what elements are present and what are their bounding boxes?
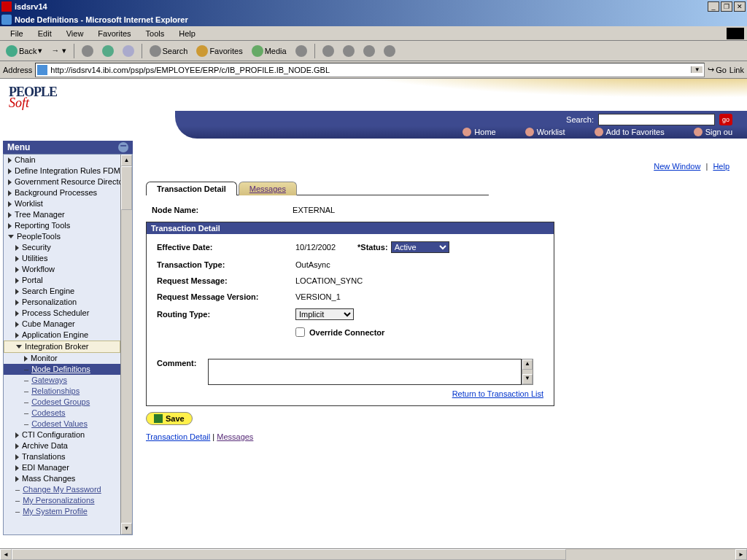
menu-file[interactable]: File: [3, 28, 31, 39]
links-button[interactable]: Link: [729, 66, 744, 74]
menu-view[interactable]: View: [59, 28, 91, 39]
edit-button[interactable]: [360, 44, 378, 58]
sidebar-item-label[interactable]: My System Profile: [23, 506, 88, 517]
sidebar-item-label[interactable]: Relationships: [31, 386, 80, 397]
home-button[interactable]: [120, 44, 137, 58]
sidebar-item[interactable]: Define Integration Rules FDM: [4, 166, 132, 176]
tab-transaction-detail[interactable]: Transaction Detail: [146, 182, 237, 195]
mail-button[interactable]: [320, 44, 337, 58]
favorites-button[interactable]: Favorites: [193, 44, 245, 58]
media-button[interactable]: Media: [249, 44, 290, 58]
sidebar-item[interactable]: Government Resource Directory: [4, 176, 132, 187]
search-go-button[interactable]: go: [719, 114, 732, 125]
sidebar-item[interactable]: Cube Manager: [4, 319, 132, 330]
sidebar-item[interactable]: EDI Manager: [4, 462, 132, 473]
sidebar-item[interactable]: –Gateways: [4, 375, 132, 386]
go-button[interactable]: ↪ Go: [708, 65, 727, 74]
sidebar-item[interactable]: –Codesets: [4, 408, 132, 419]
sidebar-item[interactable]: Worklist: [4, 198, 132, 209]
sidebar-item-label[interactable]: My Personalizations: [23, 495, 94, 506]
sidebar-item[interactable]: Process Scheduler: [4, 308, 132, 319]
menu-favorites[interactable]: Favorites: [90, 28, 138, 39]
sidebar-item[interactable]: Application Engine: [4, 330, 132, 341]
scroll-down-button[interactable]: ▼: [121, 523, 132, 534]
outer-horizontal-scrollbar[interactable]: ◄ ►: [0, 548, 747, 560]
sidebar-item[interactable]: PeopleTools: [4, 231, 132, 242]
expand-icon: [8, 201, 12, 207]
sidebar-item[interactable]: CTI Configuration: [4, 429, 132, 440]
save-button[interactable]: Save: [146, 412, 193, 425]
sidebar-item-label[interactable]: Node Definitions: [31, 364, 90, 375]
history-button[interactable]: [293, 44, 310, 58]
sidebar-item[interactable]: –My System Profile: [4, 506, 132, 517]
status-select[interactable]: Active: [391, 241, 449, 253]
sidebar-item-label[interactable]: Codeset Groups: [31, 397, 90, 408]
search-input[interactable]: [598, 114, 715, 125]
nav-worklist[interactable]: Worklist: [525, 128, 565, 136]
nav-home[interactable]: Home: [462, 128, 495, 136]
sidebar-item[interactable]: Chain: [4, 155, 132, 166]
sidebar-item-label[interactable]: Change My Password: [23, 484, 101, 495]
sidebar-item[interactable]: Tree Manager: [4, 209, 132, 220]
expand-icon: [15, 443, 19, 449]
sidebar-item[interactable]: Utilities: [4, 253, 132, 264]
sidebar-item[interactable]: Security: [4, 242, 132, 253]
dash-icon: –: [24, 386, 28, 397]
minimize-button[interactable]: _: [708, 1, 719, 12]
bottom-link-messages[interactable]: Messages: [217, 432, 253, 441]
discuss-button[interactable]: [381, 44, 398, 58]
sidebar-item[interactable]: –My Personalizations: [4, 495, 132, 506]
sidebar-item[interactable]: Search Engine: [4, 286, 132, 297]
sidebar-item[interactable]: –Relationships: [4, 386, 132, 397]
comment-textarea[interactable]: [208, 359, 522, 385]
sidebar-item[interactable]: Monitor: [4, 353, 132, 364]
sidebar-item[interactable]: Personalization: [4, 297, 132, 308]
sidebar-item[interactable]: Translations: [4, 451, 132, 462]
sidebar-item[interactable]: –Node Definitions: [4, 364, 132, 375]
scroll-right-button[interactable]: ►: [735, 549, 747, 560]
sidebar-item[interactable]: Reporting Tools: [4, 220, 132, 231]
sidebar-item-label: Monitor: [31, 353, 58, 364]
url-input[interactable]: [50, 66, 691, 74]
scroll-up-button[interactable]: ▲: [121, 155, 132, 166]
search-button[interactable]: Search: [147, 44, 191, 58]
forward-button[interactable]: → ▾: [48, 44, 69, 57]
nav-signout[interactable]: Sign ou: [694, 128, 732, 136]
sidebar-item[interactable]: Mass Changes: [4, 473, 132, 484]
tab-messages[interactable]: Messages: [239, 182, 297, 195]
override-connector-checkbox[interactable]: [295, 327, 305, 337]
sidebar-item[interactable]: –Change My Password: [4, 484, 132, 495]
signout-nav-icon: [694, 128, 703, 136]
sidebar-item-label[interactable]: Gateways: [31, 375, 67, 386]
sidebar-item-label[interactable]: Codeset Values: [31, 419, 88, 429]
bottom-link-transaction-detail[interactable]: Transaction Detail: [146, 432, 210, 441]
h-scroll-thumb[interactable]: [12, 549, 566, 560]
routing-type-select[interactable]: Implicit: [295, 308, 354, 320]
sidebar-item[interactable]: Archive Data: [4, 440, 132, 451]
comment-scrollbar[interactable]: ▲▼: [522, 359, 533, 385]
refresh-button[interactable]: [99, 44, 117, 58]
sidebar-item[interactable]: –Codeset Groups: [4, 397, 132, 408]
sidebar-item[interactable]: Workflow: [4, 264, 132, 275]
back-button[interactable]: Back ▾: [3, 44, 45, 58]
sidebar-item[interactable]: Background Processes: [4, 187, 132, 198]
menu-help[interactable]: Help: [171, 28, 203, 39]
menu-edit[interactable]: Edit: [31, 28, 59, 39]
print-button[interactable]: [340, 44, 357, 58]
return-to-list-link[interactable]: Return to Transaction List: [452, 389, 543, 398]
url-dropdown-button[interactable]: ▼: [691, 66, 703, 73]
sidebar-item[interactable]: Portal: [4, 275, 132, 286]
stop-button[interactable]: [79, 44, 96, 58]
maximize-button[interactable]: ❐: [721, 1, 732, 12]
sidebar-item-label[interactable]: Codesets: [31, 408, 65, 419]
scroll-left-button[interactable]: ◄: [0, 549, 12, 560]
menu-collapse-button[interactable]: −: [118, 142, 128, 152]
close-button[interactable]: ✕: [734, 1, 746, 12]
sidebar-item[interactable]: Integration Broker: [4, 341, 120, 353]
menu-scrollbar[interactable]: ▲ ▼: [120, 155, 132, 534]
menu-tools[interactable]: Tools: [139, 28, 172, 39]
sidebar-item[interactable]: –Codeset Values: [4, 419, 132, 429]
scroll-thumb[interactable]: [121, 166, 132, 210]
nav-favorites[interactable]: Add to Favorites: [595, 128, 665, 136]
dash-icon: –: [15, 495, 20, 506]
